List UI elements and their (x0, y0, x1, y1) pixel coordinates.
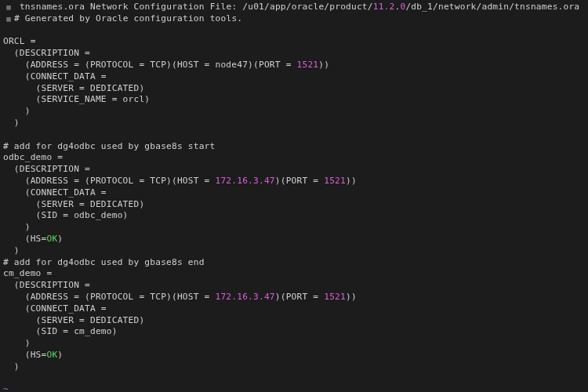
config-line: (SERVER = DEDICATED) (3, 315, 144, 325)
config-line: ORCL = (3, 36, 36, 46)
gutter-icon: ▦ (3, 13, 14, 25)
config-line: (DESCRIPTION = (3, 48, 90, 58)
config-line: (SID = cm_demo) (3, 326, 118, 336)
comment-line: # Generated by Oracle configuration tool… (14, 13, 242, 24)
config-line: odbc_demo = (3, 152, 63, 162)
gutter-icon: ▦ (3, 2, 14, 13)
config-line: (SERVICE_NAME = orcl) (3, 94, 150, 104)
config-line: (CONNECT_DATA = (3, 187, 107, 198)
config-line: (HS=OK) (3, 350, 63, 360)
terminal-editor[interactable]: ▦ tnsnames.ora Network Configuration Fil… (0, 0, 588, 392)
config-line: ) (3, 361, 20, 372)
config-line: ) (3, 338, 31, 348)
config-line: (CONNECT_DATA = (3, 71, 107, 82)
config-line: (DESCRIPTION = (3, 280, 90, 290)
config-line: (ADDRESS = (PROTOCOL = TCP)(HOST = 172.1… (3, 292, 357, 302)
config-line: (ADDRESS = (PROTOCOL = TCP)(HOST = node4… (3, 60, 329, 70)
config-line: (SERVER = DEDICATED) (3, 199, 144, 209)
config-line: (CONNECT_DATA = (3, 303, 107, 314)
config-line: (SERVER = DEDICATED) (3, 83, 144, 93)
config-line: ) (3, 222, 31, 232)
comment-line: # add for dg4odbc used by gbase8s start (3, 141, 215, 151)
file-header-line: tnsnames.ora Network Configuration File:… (14, 2, 579, 12)
config-line: ) (3, 106, 31, 116)
vim-tilde: ~ (3, 384, 9, 392)
config-line: ) (3, 118, 20, 128)
config-line: (ADDRESS = (PROTOCOL = TCP)(HOST = 172.1… (3, 176, 357, 186)
config-line: (DESCRIPTION = (3, 164, 90, 174)
config-line: ) (3, 245, 20, 256)
config-line: (HS=OK) (3, 234, 63, 244)
config-line: (SID = odbc_demo) (3, 210, 129, 220)
comment-line: # add for dg4odbc used by gbase8s end (3, 257, 205, 267)
config-line: cm_demo = (3, 268, 52, 278)
